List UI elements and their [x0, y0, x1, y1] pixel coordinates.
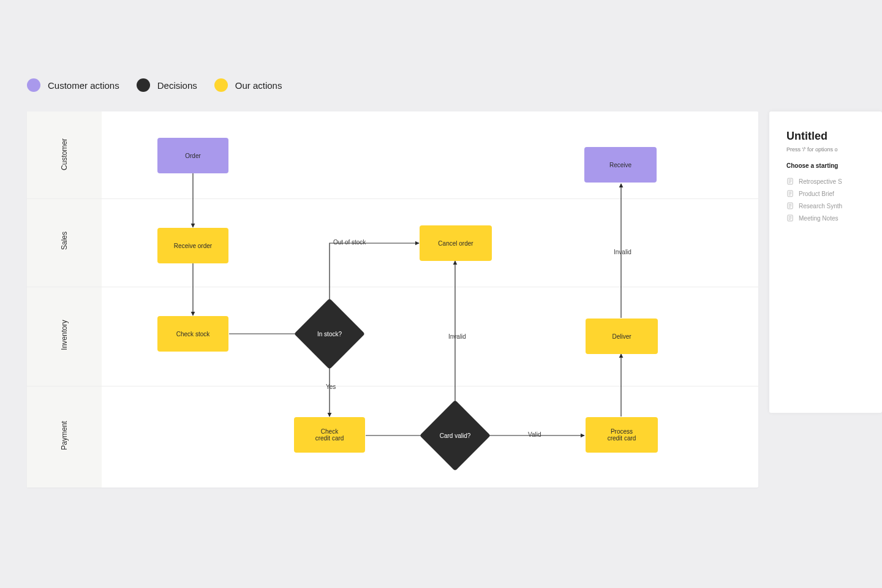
node-label: Process: [611, 428, 633, 435]
template-label: Meeting Notes: [799, 215, 838, 222]
template-panel: Untitled Press '/' for options o Choose …: [769, 111, 882, 413]
document-icon: [786, 202, 794, 209]
node-label: Receive order: [174, 243, 212, 249]
node-label: credit card: [608, 435, 636, 442]
node-label: Deliver: [612, 333, 631, 340]
document-icon: [786, 214, 794, 222]
node-cancel-order[interactable]: Cancel order: [420, 225, 492, 261]
node-receive-order[interactable]: Receive order: [157, 228, 228, 263]
node-order[interactable]: Order: [157, 138, 228, 173]
node-label: Order: [185, 153, 201, 159]
panel-title: Untitled: [786, 130, 865, 143]
node-label: Receive: [609, 162, 631, 168]
node-process-credit-card[interactable]: Process credit card: [586, 417, 658, 453]
edge-label-yes: Yes: [326, 383, 336, 390]
template-label: Research Synth: [799, 203, 842, 209]
node-check-credit-card[interactable]: Check credit card: [294, 417, 365, 453]
legend: Customer actions Decisions Our actions: [27, 78, 282, 92]
node-receive[interactable]: Receive: [584, 147, 657, 183]
legend-label: Our actions: [235, 80, 282, 91]
legend-swatch-yellow: [214, 78, 228, 92]
panel-subheading: Choose a starting: [786, 162, 865, 169]
panel-hint: Press '/' for options o: [786, 146, 865, 153]
template-item-product-brief[interactable]: Product Brief: [786, 187, 865, 200]
node-label: credit card: [315, 435, 344, 442]
node-check-stock[interactable]: Check stock: [157, 316, 228, 352]
edge-label-invalid-right: Invalid: [614, 249, 631, 255]
template-label: Retrospective S: [799, 178, 842, 185]
node-in-stock[interactable]: In stock?: [304, 309, 355, 359]
node-deliver[interactable]: Deliver: [586, 318, 658, 354]
edge-label-valid: Valid: [528, 431, 541, 438]
template-label: Product Brief: [799, 190, 834, 197]
legend-item-decisions: Decisions: [137, 78, 197, 92]
legend-item-customer: Customer actions: [27, 78, 119, 92]
legend-swatch-dark: [137, 78, 150, 92]
node-card-valid[interactable]: Card valid?: [430, 410, 480, 461]
node-label: Check stock: [176, 331, 209, 337]
legend-label: Customer actions: [48, 80, 119, 91]
legend-label: Decisions: [157, 80, 197, 91]
document-icon: [786, 190, 794, 197]
legend-item-ouractions: Our actions: [214, 78, 282, 92]
node-label: Card valid?: [430, 410, 480, 461]
document-icon: [786, 178, 794, 185]
node-label: In stock?: [304, 309, 355, 359]
legend-swatch-purple: [27, 78, 40, 92]
edge-label-invalid-up: Invalid: [448, 333, 466, 340]
node-label: Cancel order: [438, 240, 473, 247]
template-item-retrospective[interactable]: Retrospective S: [786, 175, 865, 187]
diagram-canvas[interactable]: Customer Sales Inventory Payment: [27, 111, 758, 488]
node-label: Check: [321, 428, 338, 435]
template-item-research-synthesis[interactable]: Research Synth: [786, 200, 865, 212]
template-item-meeting-notes[interactable]: Meeting Notes: [786, 212, 865, 224]
edge-label-out-of-stock: Out of stock: [333, 239, 366, 246]
